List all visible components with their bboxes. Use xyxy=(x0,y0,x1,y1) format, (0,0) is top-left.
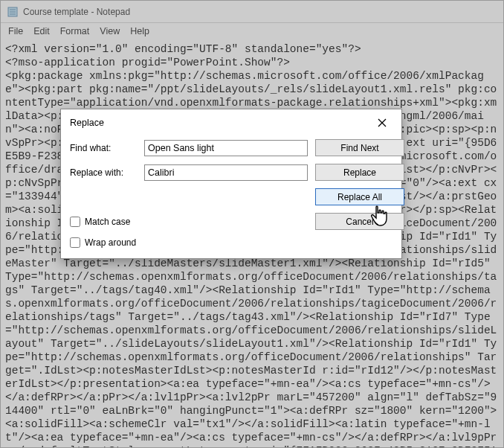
menu-file[interactable]: File xyxy=(8,26,23,36)
wrap-around-checkbox[interactable] xyxy=(70,237,80,248)
replace-with-input[interactable] xyxy=(144,164,308,181)
match-case-row[interactable]: Match case xyxy=(70,217,308,227)
menu-help[interactable]: Help xyxy=(130,26,149,36)
replace-with-label: Replace with: xyxy=(70,167,137,178)
window-title: Course template - Notepad xyxy=(23,7,130,17)
find-what-label: Find what: xyxy=(70,143,137,153)
close-icon[interactable] xyxy=(372,115,392,130)
wrap-around-row[interactable]: Wrap around xyxy=(70,237,308,248)
window-titlebar: Course template - Notepad xyxy=(1,1,503,23)
menu-edit[interactable]: Edit xyxy=(33,26,50,36)
replace-all-button[interactable]: Replace All xyxy=(315,188,404,205)
notepad-icon xyxy=(7,6,19,18)
dialog-title: Replace xyxy=(70,118,104,128)
match-case-label: Match case xyxy=(85,217,130,227)
find-what-input[interactable] xyxy=(144,140,308,156)
menu-format[interactable]: Format xyxy=(60,26,90,36)
find-next-button[interactable]: Find Next xyxy=(315,139,404,156)
replace-button[interactable]: Replace xyxy=(315,164,404,181)
menu-view[interactable]: View xyxy=(100,26,120,36)
wrap-around-label: Wrap around xyxy=(85,237,136,248)
cancel-button[interactable]: Cancel xyxy=(315,213,404,230)
match-case-checkbox[interactable] xyxy=(70,217,80,227)
dialog-titlebar: Replace xyxy=(61,109,401,135)
menu-bar: File Edit Format View Help xyxy=(1,23,503,39)
replace-dialog: Replace Find what: Find Next Replace wit… xyxy=(60,109,402,259)
